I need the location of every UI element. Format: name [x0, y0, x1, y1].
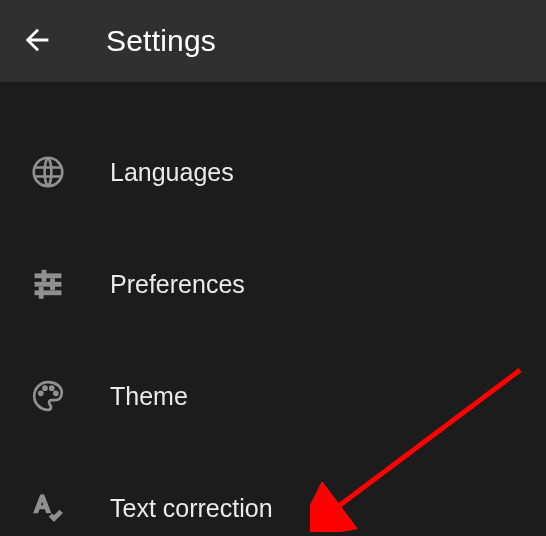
arrow-back-icon [20, 23, 54, 60]
svg-rect-3 [51, 279, 54, 289]
svg-point-9 [54, 391, 58, 395]
settings-item-text-correction[interactable]: Text correction [0, 452, 546, 536]
svg-rect-0 [35, 274, 61, 277]
settings-item-languages[interactable]: Languages [0, 116, 546, 228]
svg-rect-5 [40, 288, 43, 298]
settings-item-label: Text correction [110, 494, 273, 523]
sliders-icon [24, 260, 72, 308]
svg-point-6 [39, 391, 43, 395]
svg-rect-2 [35, 283, 61, 286]
back-button[interactable] [20, 17, 68, 65]
page-title: Settings [106, 24, 216, 58]
settings-item-theme[interactable]: Theme [0, 340, 546, 452]
settings-item-label: Preferences [110, 270, 245, 299]
globe-icon [24, 148, 72, 196]
settings-item-label: Languages [110, 158, 234, 187]
settings-list: Languages Preferences [0, 82, 546, 536]
settings-item-label: Theme [110, 382, 188, 411]
svg-point-7 [43, 386, 47, 390]
palette-icon [24, 372, 72, 420]
settings-item-preferences[interactable]: Preferences [0, 228, 546, 340]
svg-point-8 [50, 386, 54, 390]
svg-rect-1 [42, 271, 45, 281]
app-header: Settings [0, 0, 546, 82]
text-check-icon [24, 484, 72, 532]
